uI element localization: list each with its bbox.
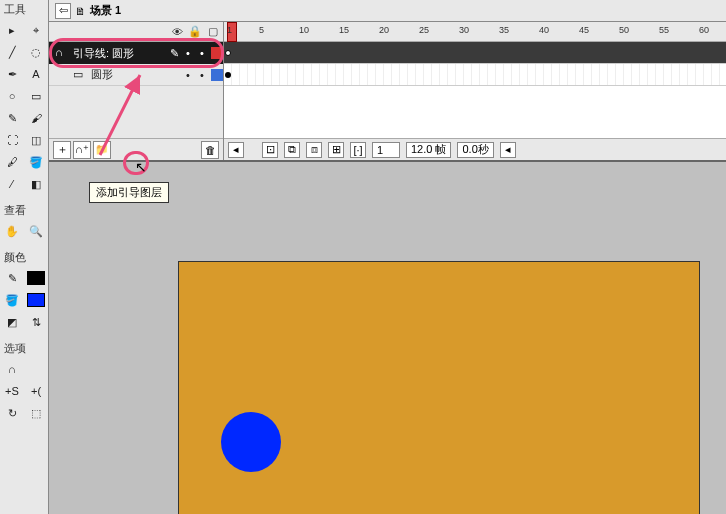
- rectangle-tool[interactable]: ▭: [24, 85, 48, 107]
- timeline-ruler[interactable]: 1 5 10 15 20 25 30 35 40 45 50 55 60 65: [224, 22, 726, 42]
- outline-column-icon[interactable]: ▢: [207, 26, 219, 38]
- insert-folder-button[interactable]: 📁: [93, 141, 111, 159]
- stage-area[interactable]: [49, 162, 726, 514]
- selection-tool[interactable]: ▸: [0, 19, 24, 41]
- insert-layer-button[interactable]: ＋: [53, 141, 71, 159]
- option-magnet[interactable]: ∩: [0, 358, 24, 380]
- scene-label: 场景 1: [90, 3, 121, 18]
- brush-tool[interactable]: 🖌: [24, 107, 48, 129]
- outline-swatch[interactable]: [211, 47, 223, 59]
- free-transform-tool[interactable]: ⛶: [0, 129, 24, 151]
- pencil-tool[interactable]: ✎: [0, 107, 24, 129]
- guide-layer-row[interactable]: ∩ 引导线: 圆形 ✎ • •: [49, 42, 223, 64]
- color-default[interactable]: ◩: [0, 311, 24, 333]
- shape-layer-name: 圆形: [91, 67, 179, 82]
- ink-bottle-tool[interactable]: 🖋: [0, 151, 24, 173]
- lock-dot[interactable]: •: [197, 47, 207, 59]
- outline-swatch-2[interactable]: [211, 69, 223, 81]
- current-frame-field: 1: [372, 142, 400, 158]
- option-rotate[interactable]: ↻: [0, 402, 24, 424]
- pen-tool[interactable]: ✒: [0, 63, 24, 85]
- scene-icon: 🗎: [75, 5, 86, 17]
- shape-layer-row[interactable]: ▭ 圆形 • •: [49, 64, 223, 86]
- add-guide-layer-button[interactable]: ∩⁺: [73, 141, 91, 159]
- blue-circle-shape[interactable]: [221, 412, 281, 472]
- lock-dot-2[interactable]: •: [197, 69, 207, 81]
- modify-markers-button[interactable]: [·]: [350, 142, 366, 158]
- option-straighten[interactable]: +(: [24, 380, 48, 402]
- scene-back-button[interactable]: ⇦: [55, 3, 71, 19]
- guide-layer-icon: ∩: [55, 46, 69, 60]
- shape-frames-row[interactable]: [224, 64, 726, 86]
- color-swap[interactable]: ⇅: [24, 311, 48, 333]
- scroll-left-arrow[interactable]: ◂: [500, 142, 516, 158]
- stage-canvas[interactable]: [179, 262, 699, 514]
- tooltip: 添加引导图层: [89, 182, 169, 203]
- stroke-color[interactable]: ✎: [0, 267, 24, 289]
- edit-multiple-button[interactable]: ⊞: [328, 142, 344, 158]
- fps-field: 12.0 帧: [406, 142, 451, 158]
- paint-bucket-tool[interactable]: 🪣: [24, 151, 48, 173]
- eye-column-icon[interactable]: 👁: [171, 26, 183, 38]
- lasso-tool[interactable]: ◌: [24, 41, 48, 63]
- scroll-left-button[interactable]: ◂: [228, 142, 244, 158]
- ruler-mark: 10: [299, 25, 309, 35]
- ruler-mark: 45: [579, 25, 589, 35]
- ruler-mark: 30: [459, 25, 469, 35]
- pencil-active-icon: ✎: [170, 47, 179, 60]
- subselection-tool[interactable]: ⌖: [24, 19, 48, 41]
- elapsed-time-field: 0.0秒: [457, 142, 493, 158]
- text-tool[interactable]: A: [24, 63, 48, 85]
- fill-swatch[interactable]: [24, 289, 48, 311]
- section-color: 颜色: [0, 248, 48, 267]
- ruler-mark: 60: [699, 25, 709, 35]
- ruler-mark: 25: [419, 25, 429, 35]
- visibility-dot[interactable]: •: [183, 47, 193, 59]
- option-blank-1[interactable]: [24, 358, 48, 380]
- fill-transform-tool[interactable]: ◫: [24, 129, 48, 151]
- center-frame-button[interactable]: ⊡: [262, 142, 278, 158]
- line-tool[interactable]: ╱: [0, 41, 24, 63]
- section-view: 查看: [0, 201, 48, 220]
- onion-skin-button[interactable]: ⧉: [284, 142, 300, 158]
- fill-color[interactable]: 🪣: [0, 289, 24, 311]
- ruler-mark: 40: [539, 25, 549, 35]
- ruler-mark: 50: [619, 25, 629, 35]
- normal-layer-icon: ▭: [73, 68, 87, 82]
- eraser-tool[interactable]: ◧: [24, 173, 48, 195]
- ruler-mark: 55: [659, 25, 669, 35]
- eyedropper-tool[interactable]: ⁄: [0, 173, 24, 195]
- option-scale[interactable]: ⬚: [24, 402, 48, 424]
- toolbox-title: 工具: [0, 0, 48, 19]
- section-options: 选项: [0, 339, 48, 358]
- guide-frames-row[interactable]: [224, 42, 726, 64]
- visibility-dot-2[interactable]: •: [183, 69, 193, 81]
- zoom-tool[interactable]: 🔍: [24, 220, 48, 242]
- ruler-mark: 20: [379, 25, 389, 35]
- lock-column-icon[interactable]: 🔒: [189, 26, 201, 38]
- delete-layer-button[interactable]: 🗑: [201, 141, 219, 159]
- ruler-mark: 15: [339, 25, 349, 35]
- ruler-mark: 5: [259, 25, 264, 35]
- ruler-mark: 35: [499, 25, 509, 35]
- onion-outline-button[interactable]: ⧈: [306, 142, 322, 158]
- guide-layer-name: 引导线: 圆形: [73, 46, 166, 61]
- oval-tool[interactable]: ○: [0, 85, 24, 107]
- stroke-swatch[interactable]: [24, 267, 48, 289]
- option-smooth[interactable]: +S: [0, 380, 24, 402]
- hand-tool[interactable]: ✋: [0, 220, 24, 242]
- ruler-mark: 1: [227, 25, 232, 35]
